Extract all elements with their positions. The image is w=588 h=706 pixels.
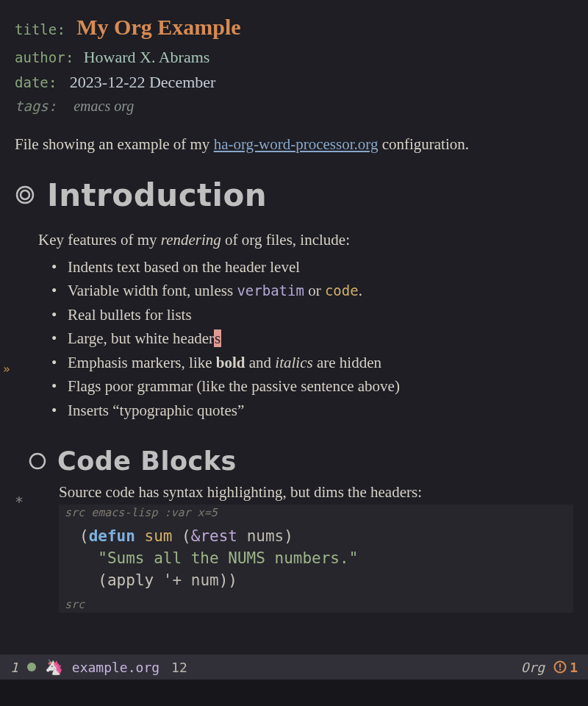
source-code-block[interactable]: (defun sum (&rest nums) "Sums all the NU… (59, 521, 573, 596)
meta-key-date: date (15, 74, 49, 90)
flycheck-warning-indicator[interactable]: 1 (553, 660, 578, 675)
org-metadata-block: title: My Org Example author: Howard X. … (15, 10, 573, 118)
list-item: Emphasis markers, like bold and italics … (51, 351, 573, 375)
meta-tags-line: tags: emacs org (15, 95, 573, 118)
introduction-body: Key features of my rendering of org file… (38, 231, 573, 423)
list-item: Flags poor grammar (like the passive sen… (51, 374, 573, 399)
cursor-position: 12 (171, 660, 187, 675)
features-lead: Key features of my rendering of org file… (38, 231, 573, 249)
src-intro-paragraph: Source code has syntax highlighting, but… (59, 483, 573, 502)
heading2-text: Code Blocks (57, 446, 237, 476)
intro-paragraph: File showing an example of my ha-org-wor… (15, 135, 573, 154)
src-block-footer: src (59, 596, 573, 613)
heading-code-blocks[interactable]: Code Blocks (28, 446, 573, 476)
meta-title-line: title: My Org Example (15, 10, 573, 45)
editor-buffer[interactable]: » * title: My Org Example author: Howard… (0, 0, 588, 706)
fringe-indicator-icon: » (3, 362, 10, 376)
meta-date-line: date: 2023-12-22 December (15, 70, 573, 95)
warning-count: 1 (570, 660, 578, 675)
modeline-window-number: 1 (10, 660, 18, 675)
svg-rect-4 (559, 664, 561, 668)
list-item: Large, but white headers (51, 327, 573, 351)
list-item: Inserts “typographic quotes” (51, 399, 573, 423)
inline-code-text: code (325, 282, 359, 299)
svg-point-0 (17, 187, 33, 203)
heading-bullet-icon (28, 452, 47, 471)
feature-list: Indents text based on the header level V… (51, 255, 573, 423)
list-item: Indents text based on the header level (51, 255, 573, 279)
heading-star-icon: * (15, 493, 24, 510)
svg-rect-5 (559, 669, 561, 671)
heading-introduction[interactable]: Introduction (15, 177, 573, 213)
list-item: Variable width font, unless verbatim or … (51, 279, 573, 303)
svg-point-1 (21, 190, 29, 199)
text-cursor: s (214, 329, 221, 347)
list-item: Real bullets for lists (51, 303, 573, 327)
code-section: Source code has syntax highlighting, but… (59, 483, 573, 613)
document-author: Howard X. Abrams (84, 48, 210, 66)
major-mode-label[interactable]: Org (521, 660, 545, 675)
document-date: 2023-12-22 December (70, 73, 216, 91)
heading1-text: Introduction (47, 177, 267, 213)
meta-author-line: author: Howard X. Abrams (15, 45, 573, 70)
meta-key-tags: tags: (15, 98, 57, 114)
unicorn-icon: 🦄 (45, 658, 63, 676)
document-tags: emacs org (74, 98, 134, 114)
meta-key-author: author (15, 49, 65, 65)
mode-line[interactable]: 1 🦄 example.org 12 Org 1 (0, 655, 588, 680)
buffer-filename[interactable]: example.org (72, 660, 159, 675)
modified-indicator-icon (27, 663, 36, 671)
document-title: My Org Example (76, 15, 240, 39)
heading-bullet-icon (15, 185, 35, 205)
warning-icon (553, 660, 567, 674)
meta-key-title: title (15, 21, 57, 38)
verbatim-text: verbatim (237, 282, 304, 299)
src-block-header: src emacs-lisp :var x=5 (59, 504, 573, 521)
svg-point-2 (30, 454, 45, 468)
minibuffer[interactable] (0, 680, 588, 706)
config-file-link[interactable]: ha-org-word-processor.org (214, 135, 379, 153)
